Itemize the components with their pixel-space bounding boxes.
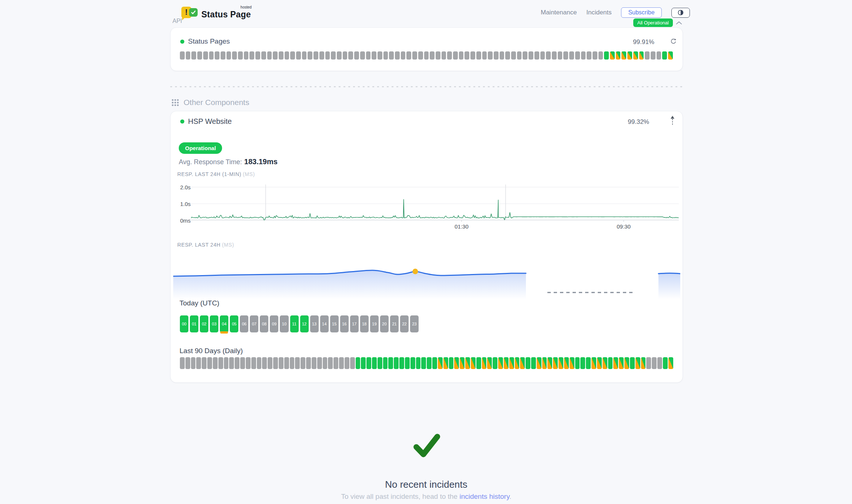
hour-block-16[interactable]: 16	[340, 315, 349, 332]
uptime-bar-gray[interactable]	[345, 357, 349, 369]
uptime-bar-gray[interactable]	[279, 51, 284, 60]
uptime-bar-gray[interactable]	[505, 51, 510, 60]
uptime-bar-split[interactable]	[515, 357, 520, 369]
uptime-bar-gray[interactable]	[197, 51, 202, 60]
uptime-bar-split[interactable]	[482, 357, 487, 369]
uptime-bar-split[interactable]	[624, 357, 629, 369]
hour-block-07[interactable]: 07	[250, 315, 258, 332]
uptime-bar-gray[interactable]	[447, 51, 452, 60]
uptime-bar-gray[interactable]	[406, 51, 411, 60]
uptime-bar-gray[interactable]	[180, 357, 185, 369]
uptime-bar-green[interactable]	[405, 357, 410, 369]
uptime-bar-gray[interactable]	[395, 51, 400, 60]
uptime-bar-gray[interactable]	[302, 51, 307, 60]
uptime-bar-gray[interactable]	[534, 51, 539, 60]
uptime-bar-gray[interactable]	[348, 51, 353, 60]
hour-block-11[interactable]: 11	[290, 315, 299, 332]
uptime-bar-gray[interactable]	[244, 51, 249, 60]
uptime-bar-green[interactable]	[604, 51, 609, 60]
hour-block-10[interactable]: 10	[280, 315, 288, 332]
uptime-bar-split[interactable]	[553, 357, 558, 369]
uptime-bar-gray[interactable]	[646, 357, 651, 369]
uptime-bar-green[interactable]	[356, 357, 360, 369]
uptime-bar-split[interactable]	[454, 357, 459, 369]
nav-incidents[interactable]: Incidents	[586, 9, 611, 16]
uptime-bar-green[interactable]	[580, 357, 585, 369]
uptime-bar-gray[interactable]	[238, 51, 243, 60]
uptime-bar-split[interactable]	[520, 357, 525, 369]
uptime-bar-gray[interactable]	[317, 357, 322, 369]
uptime-bar-gray[interactable]	[213, 357, 218, 369]
uptime-bar-green[interactable]	[383, 357, 388, 369]
uptime-bar-split[interactable]	[570, 357, 574, 369]
uptime-bar-gray[interactable]	[372, 51, 376, 60]
uptime-bar-split[interactable]	[627, 51, 632, 60]
uptime-bar-gray[interactable]	[262, 357, 267, 369]
uptime-bar-green[interactable]	[432, 357, 437, 369]
uptime-bar-gray[interactable]	[343, 51, 348, 60]
uptime-bar-split[interactable]	[537, 357, 541, 369]
uptime-bar-gray[interactable]	[251, 357, 256, 369]
uptime-bar-gray[interactable]	[581, 51, 586, 60]
uptime-bar-gray[interactable]	[453, 51, 458, 60]
uptime-bar-gray[interactable]	[459, 51, 464, 60]
uptime-bar-gray[interactable]	[424, 51, 429, 60]
uptime-bar-gray[interactable]	[221, 51, 225, 60]
uptime-bar-split[interactable]	[613, 357, 618, 369]
uptime-bar-gray[interactable]	[401, 51, 406, 60]
uptime-bar-green[interactable]	[399, 357, 404, 369]
collapse-button[interactable]	[670, 116, 675, 126]
uptime-bar-gray[interactable]	[268, 357, 272, 369]
uptime-bar-gray[interactable]	[651, 51, 655, 60]
uptime-bar-green[interactable]	[394, 357, 399, 369]
uptime-bar-gray[interactable]	[389, 51, 394, 60]
uptime-bar-green[interactable]	[476, 357, 481, 369]
uptime-bar-green[interactable]	[372, 357, 377, 369]
uptime-bar-gray[interactable]	[257, 357, 262, 369]
uptime-bar-split[interactable]	[438, 357, 443, 369]
uptime-bar-gray[interactable]	[313, 51, 318, 60]
nav-maintenance[interactable]: Maintenance	[541, 9, 577, 16]
hour-block-03[interactable]: 03	[210, 315, 218, 332]
uptime-bar-split[interactable]	[668, 51, 673, 60]
uptime-bar-green[interactable]	[361, 357, 366, 369]
uptime-bar-green[interactable]	[410, 357, 415, 369]
uptime-bar-gray[interactable]	[308, 51, 312, 60]
component-row[interactable]: Status Pages	[180, 37, 230, 45]
hour-block-20[interactable]: 20	[380, 315, 389, 332]
incidents-history-link[interactable]: incidents history	[459, 493, 509, 500]
uptime-bar-split[interactable]	[487, 357, 492, 369]
hour-block-15[interactable]: 15	[330, 315, 339, 332]
uptime-bar-gray[interactable]	[191, 51, 196, 60]
uptime-bar-split[interactable]	[597, 357, 602, 369]
uptime-bar-green[interactable]	[630, 357, 635, 369]
uptime-bar-green[interactable]	[662, 51, 667, 60]
hour-block-14[interactable]: 14	[320, 315, 329, 332]
uptime-bar-split[interactable]	[443, 357, 448, 369]
uptime-bar-gray[interactable]	[587, 51, 591, 60]
hour-block-06[interactable]: 06	[240, 315, 248, 332]
uptime-bar-split[interactable]	[498, 357, 503, 369]
uptime-bar-green[interactable]	[493, 357, 497, 369]
uptime-bar-green[interactable]	[416, 357, 421, 369]
uptime-bar-gray[interactable]	[464, 51, 469, 60]
uptime-bar-split[interactable]	[559, 357, 563, 369]
uptime-bar-gray[interactable]	[598, 51, 603, 60]
uptime-bar-split[interactable]	[639, 51, 644, 60]
uptime-bar-gray[interactable]	[337, 51, 342, 60]
uptime-bar-gray[interactable]	[312, 357, 316, 369]
uptime-bar-green[interactable]	[531, 357, 536, 369]
uptime-bar-gray[interactable]	[290, 357, 295, 369]
uptime-bar-gray[interactable]	[563, 51, 568, 60]
uptime-bar-split[interactable]	[547, 357, 552, 369]
hour-block-23[interactable]: 23	[410, 315, 419, 332]
uptime-bar-gray[interactable]	[652, 357, 657, 369]
uptime-bar-gray[interactable]	[218, 357, 223, 369]
collapse-chevron-button[interactable]	[676, 21, 682, 25]
uptime-bar-green[interactable]	[378, 357, 382, 369]
uptime-bar-gray[interactable]	[227, 51, 231, 60]
uptime-bar-gray[interactable]	[436, 51, 440, 60]
uptime-bar-gray[interactable]	[418, 51, 423, 60]
uptime-bar-gray[interactable]	[261, 51, 266, 60]
hour-block-09[interactable]: 09	[270, 315, 278, 332]
